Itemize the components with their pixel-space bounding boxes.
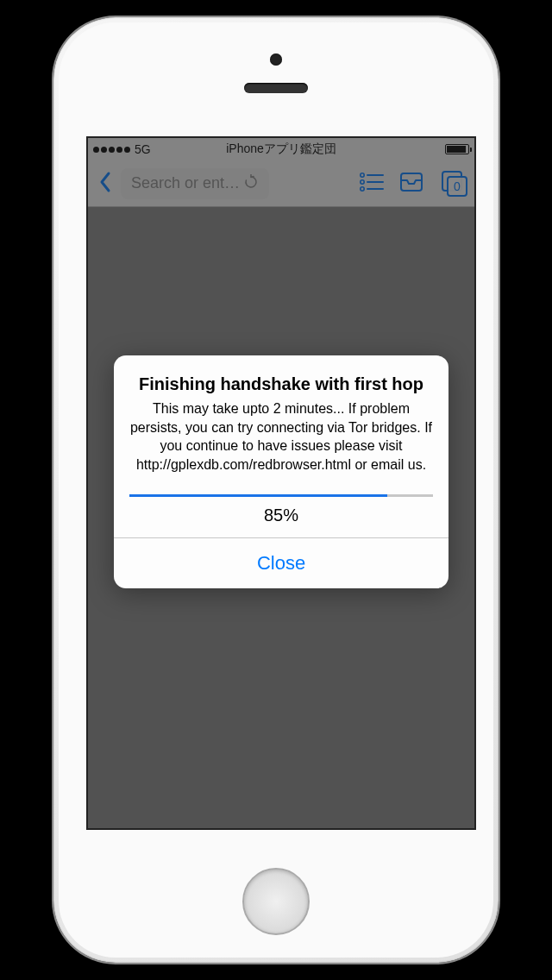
phone-frame: 5G iPhoneアプリ鑑定団 Search or ent… (53, 17, 499, 963)
close-button[interactable]: Close (114, 538, 448, 588)
front-camera (270, 53, 282, 66)
progress-label: 85% (129, 497, 433, 537)
home-button[interactable] (242, 868, 310, 935)
screen: 5G iPhoneアプリ鑑定団 Search or ent… (86, 136, 476, 830)
alert-title: Finishing handshake with first hop (129, 374, 433, 394)
alert-dialog: Finishing handshake with first hop This … (114, 355, 448, 588)
alert-message: This may take upto 2 minutes... If probl… (129, 399, 433, 474)
phone-bezel: 5G iPhoneアプリ鑑定団 Search or ent… (59, 22, 493, 958)
progress-fill (129, 494, 387, 497)
earpiece-speaker (244, 83, 308, 93)
progress-bar (129, 494, 433, 497)
